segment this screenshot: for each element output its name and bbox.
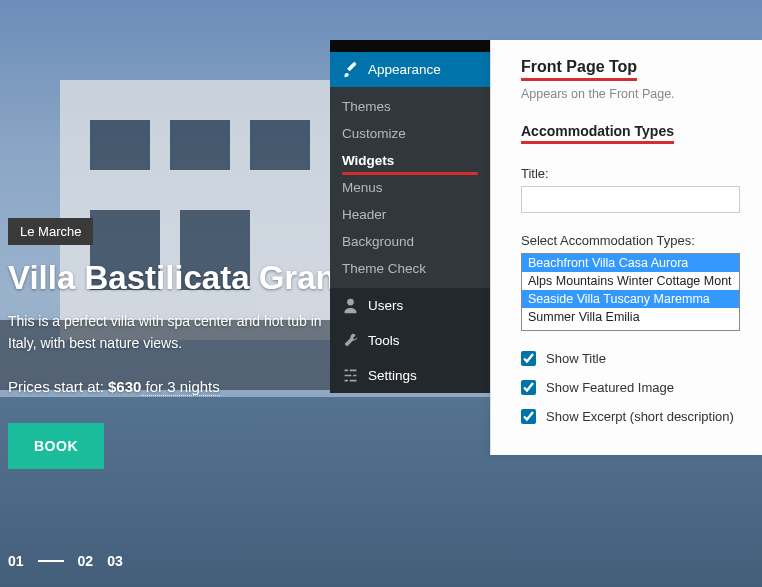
submenu-theme-check[interactable]: Theme Check [330, 255, 490, 282]
submenu-themes[interactable]: Themes [330, 93, 490, 120]
show-title-label: Show Title [546, 351, 606, 366]
option-0[interactable]: Beachfront Villa Casa Aurora [522, 254, 739, 272]
show-excerpt-checkbox[interactable] [521, 409, 536, 424]
menu-settings-label: Settings [368, 368, 417, 383]
slide-index-1[interactable]: 01 [8, 553, 24, 569]
select-label: Select Accommodation Types: [521, 233, 740, 248]
submenu-background[interactable]: Background [330, 228, 490, 255]
title-input[interactable] [521, 186, 740, 213]
slide-index-3[interactable]: 03 [107, 553, 123, 569]
price-line: Prices start at: $630 for 3 nights [8, 378, 374, 395]
wrench-icon [342, 332, 359, 349]
submenu-header[interactable]: Header [330, 201, 490, 228]
location-tag[interactable]: Le Marche [8, 218, 93, 245]
slide-index-2[interactable]: 02 [78, 553, 94, 569]
book-button[interactable]: BOOK [8, 423, 104, 469]
widget-area-desc: Appears on the Front Page. [521, 87, 740, 101]
menu-appearance[interactable]: Appearance [330, 52, 490, 87]
option-1[interactable]: Alps Mountains Winter Cottage Mont [522, 272, 739, 290]
slide-title: Villa Bastilicata Grande [8, 259, 374, 297]
slide-description: This is a perfect villa with spa center … [8, 311, 348, 354]
option-2[interactable]: Seaside Villa Tuscany Maremma [522, 290, 739, 308]
submenu-customize[interactable]: Customize [330, 120, 490, 147]
submenu-menus[interactable]: Menus [330, 174, 490, 201]
slide-pagination: 01 02 03 [8, 553, 123, 569]
widget-name: Accommodation Types [521, 123, 674, 144]
menu-users[interactable]: Users [330, 288, 490, 323]
accommodation-select[interactable]: Beachfront Villa Casa Aurora Alps Mounta… [521, 253, 740, 331]
show-excerpt-row[interactable]: Show Excerpt (short description) [521, 409, 740, 424]
admin-top-bar [330, 40, 490, 52]
brush-icon [342, 61, 359, 78]
menu-tools-label: Tools [368, 333, 400, 348]
appearance-submenu: Themes Customize Widgets Menus Header Ba… [330, 87, 490, 288]
menu-settings[interactable]: Settings [330, 358, 490, 393]
admin-sidebar: Appearance Themes Customize Widgets Menu… [330, 40, 490, 393]
user-icon [342, 297, 359, 314]
submenu-widgets[interactable]: Widgets [330, 147, 490, 174]
show-excerpt-label: Show Excerpt (short description) [546, 409, 734, 424]
menu-appearance-label: Appearance [368, 62, 441, 77]
title-label: Title: [521, 166, 740, 181]
sliders-icon [342, 367, 359, 384]
hero-slide: Le Marche Villa Bastilicata Grande This … [8, 218, 374, 469]
option-3[interactable]: Summer Villa Emilia [522, 308, 739, 326]
widget-panel: Front Page Top Appears on the Front Page… [490, 40, 762, 455]
show-image-checkbox[interactable] [521, 380, 536, 395]
menu-users-label: Users [368, 298, 403, 313]
show-image-label: Show Featured Image [546, 380, 674, 395]
show-title-row[interactable]: Show Title [521, 351, 740, 366]
widget-area-title: Front Page Top [521, 58, 637, 81]
show-title-checkbox[interactable] [521, 351, 536, 366]
show-image-row[interactable]: Show Featured Image [521, 380, 740, 395]
menu-tools[interactable]: Tools [330, 323, 490, 358]
active-dash [38, 560, 64, 562]
